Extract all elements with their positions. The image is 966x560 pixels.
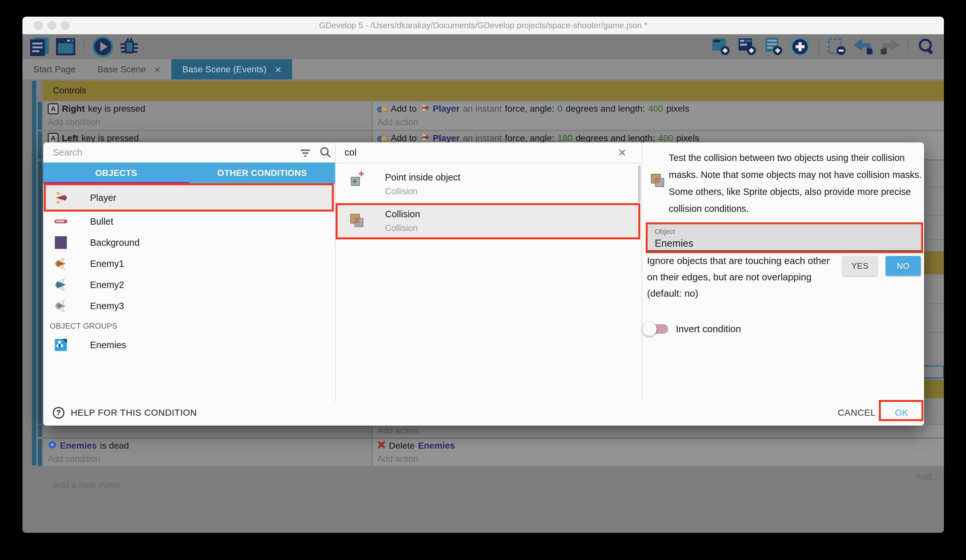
player-mini-icon <box>420 103 429 115</box>
add-new-event-link[interactable]: Add a new event <box>53 480 120 490</box>
search-icon[interactable] <box>319 146 332 160</box>
debug-icon[interactable] <box>118 36 140 57</box>
object-list-item-player[interactable]: Player <box>43 184 335 211</box>
object-list-item-enemy2[interactable]: Enemy2 <box>43 275 335 295</box>
event-conditions-cell[interactable] <box>43 425 371 437</box>
event-handle-bar <box>38 131 42 159</box>
object-search-input[interactable] <box>53 142 290 162</box>
action-text: degrees and length: <box>575 133 655 143</box>
choose-condition-dialog: OBJECTS OTHER CONDITIONS Player Bullet B… <box>43 142 924 426</box>
add-event-icon[interactable] <box>711 36 732 57</box>
help-label: HELP FOR THIS CONDITION <box>71 408 197 418</box>
minimize-window-button[interactable] <box>48 21 56 30</box>
event-actions-cell[interactable]: Add action <box>373 425 944 437</box>
close-tab-icon[interactable]: × <box>275 64 281 75</box>
toolbar-separator <box>84 39 85 54</box>
toggle-knob[interactable] <box>642 322 657 336</box>
add-more-link[interactable]: Add... <box>916 472 940 482</box>
add-new-icon[interactable] <box>790 36 811 57</box>
project-manager-icon[interactable] <box>29 36 50 57</box>
add-condition-link[interactable]: Add condition <box>43 452 371 465</box>
condition-text: key is pressed <box>88 104 145 114</box>
undo-icon[interactable] <box>853 36 874 57</box>
add-action-link[interactable]: Add action <box>373 116 944 129</box>
key-name: Left <box>62 133 78 143</box>
delete-x-icon <box>377 440 386 451</box>
add-comment-icon[interactable] <box>763 36 784 57</box>
ok-button[interactable]: OK <box>882 405 921 421</box>
delete-event-icon[interactable] <box>827 36 848 57</box>
tab-other-conditions[interactable]: OTHER CONDITIONS <box>189 162 335 184</box>
add-subevent-icon[interactable] <box>737 36 758 57</box>
event-group-header[interactable]: Controls <box>43 81 944 100</box>
object-list-item-enemy1[interactable]: Enemy1 <box>43 254 335 274</box>
tab-objects[interactable]: OBJECTS <box>43 162 189 184</box>
close-tab-icon[interactable]: × <box>154 64 161 75</box>
object-field-label: Object <box>647 224 921 236</box>
object-name: Enemy3 <box>90 301 124 311</box>
action-param-length: 400 <box>658 133 673 143</box>
clear-search-icon[interactable]: × <box>618 145 626 160</box>
dialog-tabbar: OBJECTS OTHER CONDITIONS <box>43 162 335 184</box>
force-icon <box>377 103 388 115</box>
close-window-button[interactable] <box>34 21 43 30</box>
event-actions-cell[interactable]: Add to Player an instant force, angle: 0… <box>373 102 944 130</box>
action-text: an instant <box>463 133 501 143</box>
result-point-inside-object[interactable]: Point inside object Collision <box>335 166 638 203</box>
object-name: Player <box>90 193 116 203</box>
group-condition-icon <box>48 440 57 452</box>
result-title: Point inside object <box>385 172 460 183</box>
event-actions-cell[interactable]: Delete Enemies Add action <box>373 439 944 466</box>
background-icon <box>54 236 68 250</box>
no-button[interactable]: NO <box>886 256 921 276</box>
group-list-item-enemies[interactable]: Enemies <box>43 335 335 355</box>
add-action-link[interactable]: Add action <box>373 452 944 465</box>
enemy3-ship-icon <box>54 299 68 313</box>
event-conditions-cell[interactable]: A Right key is pressed Add condition <box>43 102 371 130</box>
add-condition-link[interactable]: Add condition <box>43 116 371 129</box>
action-param-angle: 0 <box>558 104 563 114</box>
event-handle-bar <box>38 439 42 466</box>
keyboard-icon: A <box>48 133 59 144</box>
object-list-item-enemy3[interactable]: Enemy3 <box>43 296 335 316</box>
group-name: Enemies <box>90 340 126 350</box>
help-button[interactable]: ? HELP FOR THIS CONDITION <box>53 405 197 421</box>
action-param-length: 400 <box>648 104 663 114</box>
tab-base-scene-events[interactable]: Base Scene (Events) × <box>171 59 292 79</box>
tab-label: Start Page <box>33 64 76 75</box>
action-object-name: Enemies <box>418 440 455 451</box>
event-conditions-cell[interactable]: Enemies is dead Add condition <box>43 439 371 466</box>
object-list-item-bullet[interactable]: Bullet <box>43 211 335 232</box>
tab-start-page[interactable]: Start Page <box>22 59 87 79</box>
cancel-button[interactable]: CANCEL <box>838 405 876 421</box>
collision-icon <box>348 213 365 231</box>
result-collision[interactable]: Collision Collision <box>336 205 639 239</box>
toolbar <box>22 34 944 59</box>
object-list-item-background[interactable]: Background <box>43 233 335 253</box>
scrollbar-thumb[interactable] <box>638 165 641 202</box>
condition-search-input[interactable] <box>345 142 595 162</box>
scene-editor-icon[interactable] <box>55 36 76 57</box>
screenshot-root: GDevelop 5 - /Users/dkarakay/Documents/G… <box>0 0 966 560</box>
yes-button[interactable]: YES <box>842 256 877 276</box>
tab-base-scene[interactable]: Base Scene × <box>87 59 171 79</box>
search-icon[interactable] <box>916 36 938 57</box>
condition-object-name: Enemies <box>60 440 97 451</box>
zoom-window-button[interactable] <box>61 21 69 30</box>
player-ship-icon <box>54 191 68 205</box>
object-name: Enemy1 <box>90 259 124 269</box>
toolbar-separator <box>908 39 909 54</box>
group-label: Controls <box>53 85 86 96</box>
object-field[interactable]: Object Enemies <box>647 224 921 251</box>
condition-text: is dead <box>100 440 129 451</box>
play-icon[interactable] <box>92 36 113 57</box>
toolbar-right-group <box>711 36 938 57</box>
redo-icon[interactable] <box>879 36 900 57</box>
object-name: Background <box>90 237 140 248</box>
filter-icon[interactable] <box>299 147 311 160</box>
editor-tabbar: Start Page Base Scene × Base Scene (Even… <box>22 59 944 79</box>
point-inside-object-icon <box>348 170 365 188</box>
add-action-link[interactable]: Add action <box>373 425 944 437</box>
search-divider <box>335 162 642 163</box>
collision-icon <box>649 173 666 191</box>
